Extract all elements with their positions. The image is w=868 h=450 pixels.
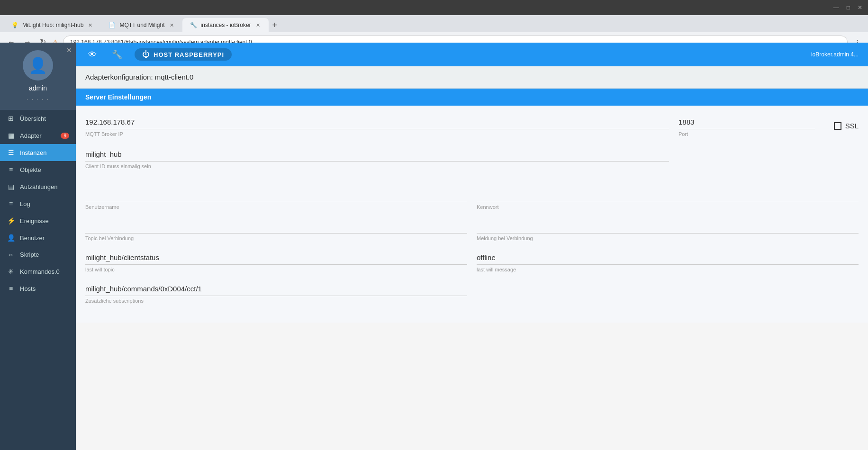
username-input[interactable] xyxy=(85,188,467,202)
form-area: MQTT Broker IP Port SSL xyxy=(76,106,868,323)
last-will-message-input[interactable] xyxy=(477,251,859,265)
broker-ip-label: MQTT Broker IP xyxy=(85,131,669,137)
avatar-icon: 👤 xyxy=(28,56,47,74)
port-input[interactable] xyxy=(678,115,815,129)
ssl-checkbox[interactable] xyxy=(834,122,841,130)
app-header: 👁 🔧 ⏻ HOST RASPBERRYPI ioBroker.admin 4.… xyxy=(76,43,868,66)
username-label: admin xyxy=(29,84,47,92)
sidebar-close-icon[interactable]: ✕ xyxy=(66,46,72,54)
sidebar-user: ✕ 👤 admin · · · · · xyxy=(0,43,76,110)
last-will-topic-label: last will topic xyxy=(85,267,467,272)
form-row-clientid: Client ID muss einmalig sein xyxy=(85,147,859,169)
sidebar-item-benutzer[interactable]: 👤 Benutzer xyxy=(0,229,76,246)
tab-title: MiLight Hub: milight-hub xyxy=(22,22,83,28)
field-placeholder-right xyxy=(678,147,859,169)
section-header-label: Server Einstellungen xyxy=(85,93,151,101)
sidebar-label-hosts: Hosts xyxy=(20,285,36,292)
client-id-input[interactable] xyxy=(85,147,669,162)
user-dots: · · · · · xyxy=(27,96,49,102)
form-row-broker: MQTT Broker IP Port SSL xyxy=(85,115,859,138)
ssl-row: SSL xyxy=(834,122,859,130)
client-id-label: Client ID muss einmalig sein xyxy=(85,163,669,169)
field-meldung-connect: Meldung bei Verbindung xyxy=(477,219,859,241)
skripte-icon: ‹› xyxy=(7,252,15,258)
visibility-button[interactable]: 👁 xyxy=(85,47,99,63)
last-will-topic-input[interactable] xyxy=(85,251,467,265)
settings-button[interactable]: 🔧 xyxy=(109,46,125,63)
field-topic-connect: Topic bei Verbindung xyxy=(85,219,467,241)
tab-mqtt[interactable]: 📄 MQTT und Milight ✕ xyxy=(101,18,182,32)
host-label: HOST RASPBERRYPI xyxy=(154,51,224,58)
sidebar-item-hosts[interactable]: ≡ Hosts xyxy=(0,280,76,297)
section-header: Server Einstellungen xyxy=(76,89,868,106)
tab-milight[interactable]: 💡 MiLight Hub: milight-hub ✕ xyxy=(4,18,101,32)
field-subscriptions-right xyxy=(477,282,859,304)
instanzen-icon: ☰ xyxy=(7,149,15,156)
close-button[interactable]: ✕ xyxy=(856,2,864,13)
last-will-message-label: last will message xyxy=(477,267,859,272)
meldung-connect-input[interactable] xyxy=(477,219,859,234)
field-last-will-message: last will message xyxy=(477,251,859,272)
adapter-badge: 9 xyxy=(61,133,69,139)
tab-icon: 📄 xyxy=(108,22,116,28)
new-tab-button[interactable]: + xyxy=(269,18,281,32)
header-user-label: ioBroker.admin 4... xyxy=(811,51,859,58)
password-label: Kennwort xyxy=(477,204,859,210)
title-bar: — □ ✕ xyxy=(0,0,868,15)
sidebar-label-objekte: Objekte xyxy=(20,166,41,173)
adapter-icon: ▦ xyxy=(7,132,15,139)
aufzaehlungen-icon: ▤ xyxy=(7,183,15,190)
log-icon: ≡ xyxy=(7,200,15,207)
sidebar-item-instanzen[interactable]: ☰ Instanzen xyxy=(0,144,76,161)
app-container: ✕ 👤 admin · · · · · ⊞ Übersicht ▦ Adapte… xyxy=(0,43,868,450)
meldung-connect-label: Meldung bei Verbindung xyxy=(477,235,859,241)
sidebar-item-ereignisse[interactable]: ⚡ Ereignisse xyxy=(0,212,76,229)
sidebar: ✕ 👤 admin · · · · · ⊞ Übersicht ▦ Adapte… xyxy=(0,43,76,450)
eye-icon: 👁 xyxy=(88,50,97,59)
tab-icon: 🔧 xyxy=(190,22,197,28)
tab-instances[interactable]: 🔧 instances - ioBroker ✕ xyxy=(182,18,269,32)
ssl-label: SSL xyxy=(845,122,859,130)
benutzer-icon: 👤 xyxy=(7,234,15,242)
tabs-bar: 💡 MiLight Hub: milight-hub ✕ 📄 MQTT und … xyxy=(0,15,868,32)
power-icon: ⏻ xyxy=(142,50,150,59)
page-content: Adapterkonfiguration: mqtt-client.0 Serv… xyxy=(76,66,868,450)
tab-close-mqtt[interactable]: ✕ xyxy=(169,21,175,29)
sidebar-item-adapter[interactable]: ▦ Adapter 9 xyxy=(0,127,76,144)
overview-icon: ⊞ xyxy=(7,115,15,122)
username-label: Benutzername xyxy=(85,204,467,210)
sidebar-navigation: ⊞ Übersicht ▦ Adapter 9 ☰ Instanzen ≡ Ob… xyxy=(0,110,76,450)
sidebar-item-objekte[interactable]: ≡ Objekte xyxy=(0,161,76,178)
field-username: Benutzername xyxy=(85,188,467,210)
ereignisse-icon: ⚡ xyxy=(7,217,15,225)
field-subscriptions: Zusätzliche subscriptions xyxy=(85,282,467,304)
minimize-button[interactable]: — xyxy=(832,2,841,13)
sidebar-label-ereignisse: Ereignisse xyxy=(20,217,49,225)
tab-close-milight[interactable]: ✕ xyxy=(87,21,93,29)
field-broker-ip: MQTT Broker IP xyxy=(85,115,669,138)
sidebar-item-log[interactable]: ≡ Log xyxy=(0,195,76,212)
topic-connect-input[interactable] xyxy=(85,219,467,234)
tab-close-instances[interactable]: ✕ xyxy=(255,21,261,29)
sidebar-label-adapter: Adapter xyxy=(20,132,42,139)
field-port: Port SSL xyxy=(678,115,859,138)
field-password: Kennwort xyxy=(477,188,859,210)
sidebar-item-kommandos[interactable]: ✳ Kommandos.0 xyxy=(0,263,76,280)
main-content: 👁 🔧 ⏻ HOST RASPBERRYPI ioBroker.admin 4.… xyxy=(76,43,868,450)
wrench-icon: 🔧 xyxy=(112,50,122,59)
sidebar-item-skripte[interactable]: ‹› Skripte xyxy=(0,246,76,263)
tab-title: instances - ioBroker xyxy=(201,22,251,28)
form-row-lastwill: last will topic last will message xyxy=(85,251,859,272)
broker-ip-input[interactable] xyxy=(85,115,669,129)
avatar: 👤 xyxy=(23,50,53,81)
password-input[interactable] xyxy=(477,188,859,202)
page-title-bar: Adapterkonfiguration: mqtt-client.0 xyxy=(76,66,868,89)
field-client-id: Client ID muss einmalig sein xyxy=(85,147,669,169)
maximize-button[interactable]: □ xyxy=(845,2,852,13)
sidebar-item-uebersicht[interactable]: ⊞ Übersicht xyxy=(0,110,76,127)
subscriptions-input[interactable] xyxy=(85,282,467,296)
objekte-icon: ≡ xyxy=(7,166,15,173)
sidebar-item-aufzaehlungen[interactable]: ▤ Aufzählungen xyxy=(0,178,76,195)
form-row-subscriptions: Zusätzliche subscriptions xyxy=(85,282,859,304)
host-indicator[interactable]: ⏻ HOST RASPBERRYPI xyxy=(135,48,232,61)
